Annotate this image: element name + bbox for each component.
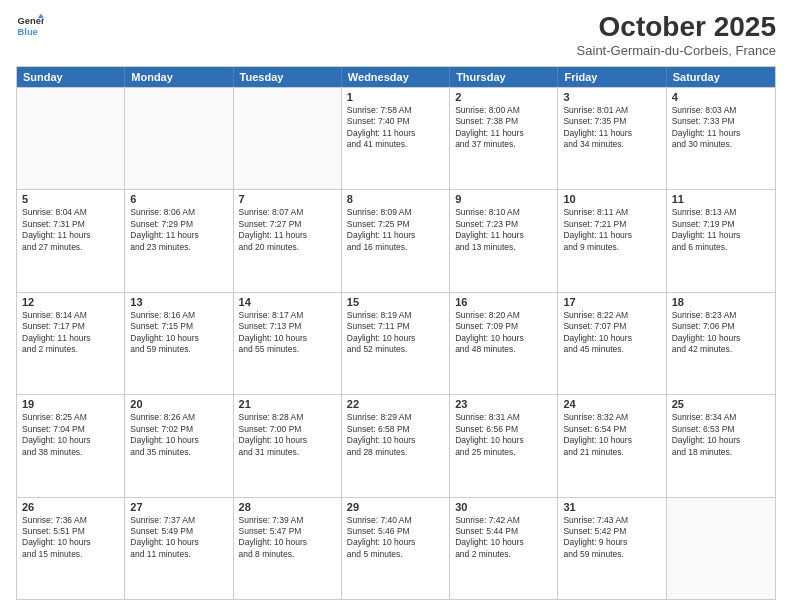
weekday-header: Monday bbox=[125, 67, 233, 87]
calendar-row: 5Sunrise: 8:04 AM Sunset: 7:31 PM Daylig… bbox=[17, 189, 775, 291]
calendar-cell: 16Sunrise: 8:20 AM Sunset: 7:09 PM Dayli… bbox=[450, 293, 558, 394]
cell-info: Sunrise: 8:07 AM Sunset: 7:27 PM Dayligh… bbox=[239, 207, 336, 253]
cell-info: Sunrise: 8:00 AM Sunset: 7:38 PM Dayligh… bbox=[455, 105, 552, 151]
calendar-cell: 13Sunrise: 8:16 AM Sunset: 7:15 PM Dayli… bbox=[125, 293, 233, 394]
day-number: 14 bbox=[239, 296, 336, 308]
day-number: 22 bbox=[347, 398, 444, 410]
weekday-header: Wednesday bbox=[342, 67, 450, 87]
weekday-header: Saturday bbox=[667, 67, 775, 87]
location: Saint-Germain-du-Corbeis, France bbox=[577, 43, 776, 58]
cell-info: Sunrise: 8:25 AM Sunset: 7:04 PM Dayligh… bbox=[22, 412, 119, 458]
calendar-cell: 28Sunrise: 7:39 AM Sunset: 5:47 PM Dayli… bbox=[234, 498, 342, 599]
cell-info: Sunrise: 7:36 AM Sunset: 5:51 PM Dayligh… bbox=[22, 515, 119, 561]
day-number: 17 bbox=[563, 296, 660, 308]
cell-info: Sunrise: 8:28 AM Sunset: 7:00 PM Dayligh… bbox=[239, 412, 336, 458]
calendar-cell: 3Sunrise: 8:01 AM Sunset: 7:35 PM Daylig… bbox=[558, 88, 666, 189]
calendar-cell: 7Sunrise: 8:07 AM Sunset: 7:27 PM Daylig… bbox=[234, 190, 342, 291]
day-number: 13 bbox=[130, 296, 227, 308]
day-number: 25 bbox=[672, 398, 770, 410]
day-number: 23 bbox=[455, 398, 552, 410]
day-number: 21 bbox=[239, 398, 336, 410]
cell-info: Sunrise: 8:01 AM Sunset: 7:35 PM Dayligh… bbox=[563, 105, 660, 151]
day-number: 24 bbox=[563, 398, 660, 410]
calendar-cell: 19Sunrise: 8:25 AM Sunset: 7:04 PM Dayli… bbox=[17, 395, 125, 496]
cell-info: Sunrise: 8:34 AM Sunset: 6:53 PM Dayligh… bbox=[672, 412, 770, 458]
cell-info: Sunrise: 8:22 AM Sunset: 7:07 PM Dayligh… bbox=[563, 310, 660, 356]
calendar-cell: 27Sunrise: 7:37 AM Sunset: 5:49 PM Dayli… bbox=[125, 498, 233, 599]
cell-info: Sunrise: 8:16 AM Sunset: 7:15 PM Dayligh… bbox=[130, 310, 227, 356]
calendar-cell: 10Sunrise: 8:11 AM Sunset: 7:21 PM Dayli… bbox=[558, 190, 666, 291]
cell-info: Sunrise: 8:03 AM Sunset: 7:33 PM Dayligh… bbox=[672, 105, 770, 151]
weekday-header: Tuesday bbox=[234, 67, 342, 87]
cell-info: Sunrise: 7:42 AM Sunset: 5:44 PM Dayligh… bbox=[455, 515, 552, 561]
weekday-header: Sunday bbox=[17, 67, 125, 87]
calendar-cell: 9Sunrise: 8:10 AM Sunset: 7:23 PM Daylig… bbox=[450, 190, 558, 291]
calendar-cell: 29Sunrise: 7:40 AM Sunset: 5:46 PM Dayli… bbox=[342, 498, 450, 599]
day-number: 9 bbox=[455, 193, 552, 205]
logo-icon: General Blue bbox=[16, 12, 44, 40]
day-number: 15 bbox=[347, 296, 444, 308]
cell-info: Sunrise: 8:04 AM Sunset: 7:31 PM Dayligh… bbox=[22, 207, 119, 253]
cell-info: Sunrise: 8:14 AM Sunset: 7:17 PM Dayligh… bbox=[22, 310, 119, 356]
calendar-cell: 12Sunrise: 8:14 AM Sunset: 7:17 PM Dayli… bbox=[17, 293, 125, 394]
calendar-cell: 23Sunrise: 8:31 AM Sunset: 6:56 PM Dayli… bbox=[450, 395, 558, 496]
cell-info: Sunrise: 7:58 AM Sunset: 7:40 PM Dayligh… bbox=[347, 105, 444, 151]
day-number: 16 bbox=[455, 296, 552, 308]
day-number: 29 bbox=[347, 501, 444, 513]
cell-info: Sunrise: 8:11 AM Sunset: 7:21 PM Dayligh… bbox=[563, 207, 660, 253]
day-number: 30 bbox=[455, 501, 552, 513]
day-number: 5 bbox=[22, 193, 119, 205]
cell-info: Sunrise: 7:39 AM Sunset: 5:47 PM Dayligh… bbox=[239, 515, 336, 561]
cell-info: Sunrise: 8:09 AM Sunset: 7:25 PM Dayligh… bbox=[347, 207, 444, 253]
day-number: 6 bbox=[130, 193, 227, 205]
day-number: 3 bbox=[563, 91, 660, 103]
day-number: 4 bbox=[672, 91, 770, 103]
calendar-cell: 8Sunrise: 8:09 AM Sunset: 7:25 PM Daylig… bbox=[342, 190, 450, 291]
calendar-cell: 14Sunrise: 8:17 AM Sunset: 7:13 PM Dayli… bbox=[234, 293, 342, 394]
page: General Blue October 2025 Saint-Germain-… bbox=[0, 0, 792, 612]
cell-info: Sunrise: 8:20 AM Sunset: 7:09 PM Dayligh… bbox=[455, 310, 552, 356]
calendar-cell: 15Sunrise: 8:19 AM Sunset: 7:11 PM Dayli… bbox=[342, 293, 450, 394]
day-number: 7 bbox=[239, 193, 336, 205]
calendar-cell: 2Sunrise: 8:00 AM Sunset: 7:38 PM Daylig… bbox=[450, 88, 558, 189]
day-number: 31 bbox=[563, 501, 660, 513]
weekday-header: Friday bbox=[558, 67, 666, 87]
cell-info: Sunrise: 8:17 AM Sunset: 7:13 PM Dayligh… bbox=[239, 310, 336, 356]
cell-info: Sunrise: 8:06 AM Sunset: 7:29 PM Dayligh… bbox=[130, 207, 227, 253]
calendar-cell: 26Sunrise: 7:36 AM Sunset: 5:51 PM Dayli… bbox=[17, 498, 125, 599]
cell-info: Sunrise: 8:10 AM Sunset: 7:23 PM Dayligh… bbox=[455, 207, 552, 253]
day-number: 8 bbox=[347, 193, 444, 205]
cell-info: Sunrise: 8:32 AM Sunset: 6:54 PM Dayligh… bbox=[563, 412, 660, 458]
calendar-cell: 6Sunrise: 8:06 AM Sunset: 7:29 PM Daylig… bbox=[125, 190, 233, 291]
calendar-cell bbox=[667, 498, 775, 599]
day-number: 26 bbox=[22, 501, 119, 513]
day-number: 20 bbox=[130, 398, 227, 410]
day-number: 10 bbox=[563, 193, 660, 205]
calendar-cell: 22Sunrise: 8:29 AM Sunset: 6:58 PM Dayli… bbox=[342, 395, 450, 496]
calendar-cell: 21Sunrise: 8:28 AM Sunset: 7:00 PM Dayli… bbox=[234, 395, 342, 496]
calendar-cell bbox=[125, 88, 233, 189]
cell-info: Sunrise: 7:37 AM Sunset: 5:49 PM Dayligh… bbox=[130, 515, 227, 561]
day-number: 28 bbox=[239, 501, 336, 513]
calendar-row: 26Sunrise: 7:36 AM Sunset: 5:51 PM Dayli… bbox=[17, 497, 775, 599]
calendar-body: 1Sunrise: 7:58 AM Sunset: 7:40 PM Daylig… bbox=[17, 87, 775, 599]
day-number: 2 bbox=[455, 91, 552, 103]
day-number: 12 bbox=[22, 296, 119, 308]
day-number: 19 bbox=[22, 398, 119, 410]
svg-text:Blue: Blue bbox=[18, 27, 38, 37]
calendar-cell: 31Sunrise: 7:43 AM Sunset: 5:42 PM Dayli… bbox=[558, 498, 666, 599]
day-number: 11 bbox=[672, 193, 770, 205]
month-title: October 2025 bbox=[577, 12, 776, 43]
day-number: 27 bbox=[130, 501, 227, 513]
weekday-header: Thursday bbox=[450, 67, 558, 87]
cell-info: Sunrise: 7:40 AM Sunset: 5:46 PM Dayligh… bbox=[347, 515, 444, 561]
calendar-cell: 20Sunrise: 8:26 AM Sunset: 7:02 PM Dayli… bbox=[125, 395, 233, 496]
calendar-cell bbox=[234, 88, 342, 189]
cell-info: Sunrise: 8:29 AM Sunset: 6:58 PM Dayligh… bbox=[347, 412, 444, 458]
cell-info: Sunrise: 8:31 AM Sunset: 6:56 PM Dayligh… bbox=[455, 412, 552, 458]
calendar-cell: 11Sunrise: 8:13 AM Sunset: 7:19 PM Dayli… bbox=[667, 190, 775, 291]
title-block: October 2025 Saint-Germain-du-Corbeis, F… bbox=[577, 12, 776, 58]
calendar: SundayMondayTuesdayWednesdayThursdayFrid… bbox=[16, 66, 776, 600]
calendar-cell: 18Sunrise: 8:23 AM Sunset: 7:06 PM Dayli… bbox=[667, 293, 775, 394]
calendar-row: 1Sunrise: 7:58 AM Sunset: 7:40 PM Daylig… bbox=[17, 87, 775, 189]
